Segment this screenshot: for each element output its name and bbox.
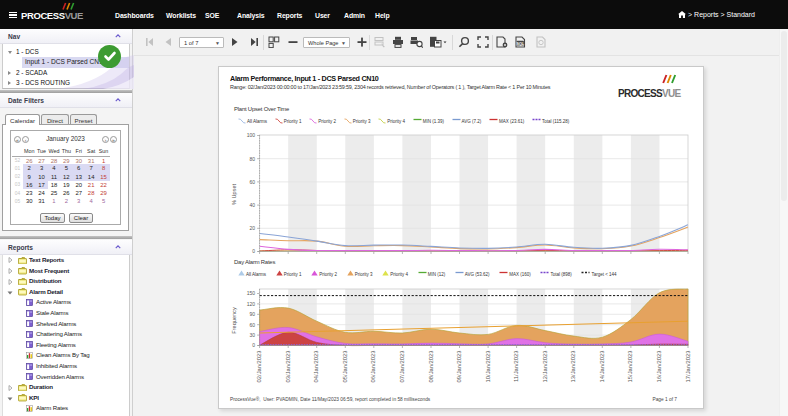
svg-text:40: 40 — [250, 202, 256, 208]
svg-text:17/Jan/2023: 17/Jan/2023 — [685, 351, 691, 383]
svg-text:0: 0 — [252, 248, 255, 254]
svg-text:60: 60 — [250, 179, 256, 185]
svg-text:100: 100 — [247, 132, 256, 138]
svg-text:06/Jan/2023: 06/Jan/2023 — [370, 351, 376, 383]
svg-text:% Upset: % Upset — [231, 183, 237, 205]
svg-text:16/Jan/2023: 16/Jan/2023 — [656, 351, 662, 383]
svg-text:09/Jan/2023: 09/Jan/2023 — [456, 351, 462, 383]
svg-text:04/Jan/2023: 04/Jan/2023 — [313, 351, 319, 383]
svg-text:0: 0 — [252, 342, 255, 348]
svg-text:120: 120 — [247, 301, 256, 307]
svg-text:SQL: SQL — [517, 42, 525, 46]
svg-text:30: 30 — [250, 332, 256, 338]
svg-text:150: 150 — [247, 290, 256, 296]
svg-text:03/Jan/2023: 03/Jan/2023 — [285, 351, 291, 383]
svg-text:05/Jan/2023: 05/Jan/2023 — [342, 351, 348, 383]
svg-text:12/Jan/2023: 12/Jan/2023 — [542, 351, 548, 383]
svg-text:60: 60 — [250, 322, 256, 328]
svg-text:02/Jan/2023: 02/Jan/2023 — [256, 351, 262, 383]
svg-text:20: 20 — [250, 225, 256, 231]
svg-text:07/Jan/2023: 07/Jan/2023 — [399, 351, 405, 383]
svg-text:08/Jan/2023: 08/Jan/2023 — [428, 351, 434, 383]
svg-text:90: 90 — [250, 311, 256, 317]
svg-text:80: 80 — [250, 156, 256, 162]
svg-text:13/Jan/2023: 13/Jan/2023 — [570, 351, 576, 383]
svg-text:Frequency: Frequency — [231, 307, 237, 334]
svg-text:14/Jan/2023: 14/Jan/2023 — [599, 351, 605, 383]
svg-text:15/Jan/2023: 15/Jan/2023 — [627, 351, 633, 383]
svg-text:10/Jan/2023: 10/Jan/2023 — [485, 351, 491, 383]
svg-text:11/Jan/2023: 11/Jan/2023 — [513, 351, 519, 382]
